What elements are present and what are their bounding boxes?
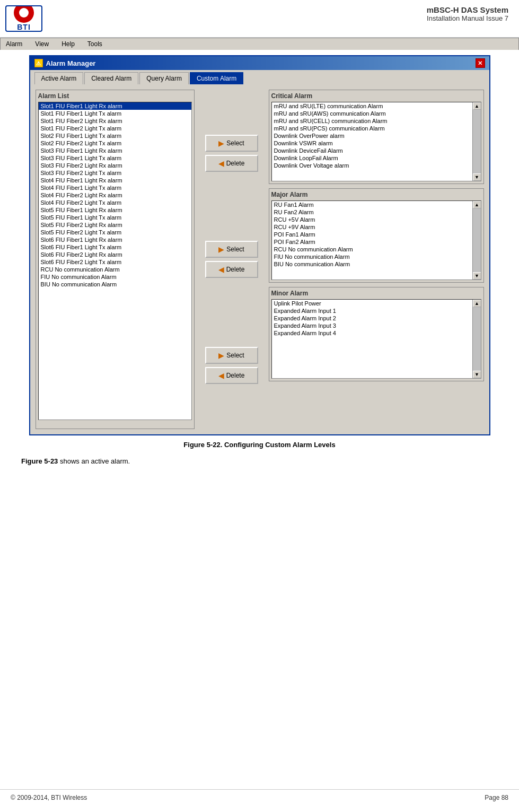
scroll-track [473,110,481,173]
right-arrow-icon-2: ▶ [218,245,224,254]
alarm-list-item[interactable]: Slot2 FIU Fiber1 Light Tx alarm [39,132,191,139]
critical-btn-group: ▶ Select ◀ Delete [200,135,263,172]
minor-alarm-list-inner[interactable]: Uplink Pilot PowerExpanded Alarm Input 1… [272,300,472,378]
critical-alarm-section: Critical Alarm mRU and sRU(LTE) communic… [269,90,484,184]
alarm-list-item[interactable]: Slot1 FIU Fiber1 Light Rx alarm [39,102,191,110]
major-alarm-list-inner[interactable]: RU Fan1 AlarmRU Fan2 AlarmRCU +5V AlarmR… [272,201,472,280]
major-alarm-item[interactable]: RCU +5V Alarm [272,216,472,223]
minor-alarm-item[interactable]: Expanded Alarm Input 3 [272,322,472,329]
alarm-list-item[interactable]: Slot4 FIU Fiber2 Light Rx alarm [39,191,191,199]
minor-alarm-item[interactable]: Expanded Alarm Input 4 [272,329,472,337]
major-alarm-item[interactable]: RU Fan2 Alarm [272,208,472,216]
minor-alarm-item[interactable]: Expanded Alarm Input 2 [272,315,472,322]
critical-alarm-title: Critical Alarm [271,92,481,100]
alarm-list-item[interactable]: Slot1 FIU Fiber2 Light Rx alarm [39,117,191,125]
minor-scroll-track [473,307,481,371]
scroll-up-btn[interactable]: ▲ [473,102,481,110]
critical-alarm-list-inner[interactable]: mRU and sRU(LTE) communication AlarmmRU … [272,102,472,181]
alarm-listbox[interactable]: Slot1 FIU Fiber1 Light Rx alarmSlot1 FIU… [38,102,192,420]
major-scroll-up-btn[interactable]: ▲ [473,201,481,208]
figure-caption: Figure 5-22. Configuring Custom Alarm Le… [11,441,508,449]
menu-item-3[interactable]: Help [59,39,77,49]
dialog-body: Alarm List Slot1 FIU Fiber1 Light Rx ala… [30,84,489,434]
scroll-down-btn[interactable]: ▼ [473,173,481,181]
critical-alarm-item[interactable]: mRU and sRU(LTE) communication Alarm [272,102,472,110]
minor-delete-button[interactable]: ◀ Delete [205,367,258,384]
alarm-list-item[interactable]: Slot3 FIU Fiber1 Light Tx alarm [39,154,191,162]
critical-select-button[interactable]: ▶ Select [205,135,258,152]
alarm-list-item[interactable]: Slot6 FIU Fiber2 Light Rx alarm [39,251,191,258]
major-alarm-list[interactable]: RU Fan1 AlarmRU Fan2 AlarmRCU +5V AlarmR… [271,200,481,280]
minor-select-button[interactable]: ▶ Select [205,347,258,364]
major-alarm-item[interactable]: RCU +9V Alarm [272,223,472,231]
minor-alarm-item[interactable]: Uplink Pilot Power [272,300,472,307]
minor-alarm-list[interactable]: Uplink Pilot PowerExpanded Alarm Input 1… [271,299,481,379]
critical-alarm-item[interactable]: Downlink Over Voltage alarm [272,162,472,169]
left-arrow-icon-3: ◀ [218,371,224,380]
major-delete-button[interactable]: ◀ Delete [205,261,258,278]
minor-scrollbar[interactable]: ▲ ▼ [472,300,481,378]
alarm-list-group: Alarm List Slot1 FIU Fiber1 Light Rx ala… [36,90,195,429]
major-alarm-item[interactable]: POI Fan2 Alarm [272,238,472,246]
minor-scroll-up-btn[interactable]: ▲ [473,300,481,307]
alarm-list-item[interactable]: Slot5 FIU Fiber1 Light Rx alarm [39,206,191,214]
alarm-list-item[interactable]: Slot6 FIU Fiber1 Light Rx alarm [39,236,191,243]
right-arrow-icon-3: ▶ [218,351,224,360]
tab-active-alarm[interactable]: Active Alarm [34,72,84,84]
major-alarm-item[interactable]: BIU No communication Alarm [272,260,472,268]
minor-alarm-item[interactable]: Expanded Alarm Input 1 [272,307,472,315]
major-alarm-item[interactable]: RU Fan1 Alarm [272,201,472,208]
critical-alarm-item[interactable]: mRU and sRU(PCS) communication Alarm [272,125,472,132]
figure-ref: Figure 5-23 [21,457,58,465]
major-alarm-item[interactable]: RCU No communication Alarm [272,246,472,253]
alarm-list-item[interactable]: Slot5 FIU Fiber1 Light Tx alarm [39,214,191,221]
tab-custom-alarm[interactable]: Custom Alarm [190,72,243,84]
critical-alarm-item[interactable]: Downlink LoopFail Alarm [272,154,472,162]
major-select-button[interactable]: ▶ Select [205,241,258,258]
alarm-list-item[interactable]: Slot5 FIU Fiber2 Light Rx alarm [39,221,191,229]
menu-item-2[interactable]: View [33,39,51,49]
alarm-list-item[interactable]: BIU No communication Alarm [39,281,191,288]
critical-alarm-list[interactable]: mRU and sRU(LTE) communication AlarmmRU … [271,102,481,181]
title-main: mBSC-H DAS System [427,5,508,14]
close-button[interactable]: ✕ [476,58,485,68]
alarm-list-item[interactable]: Slot4 FIU Fiber1 Light Tx alarm [39,184,191,191]
alarm-list-item[interactable]: Slot3 FIU Fiber1 Light Rx alarm [39,147,191,154]
major-alarm-item[interactable]: POI Fan1 Alarm [272,231,472,238]
alarm-list-item[interactable]: Slot1 FIU Fiber1 Light Tx alarm [39,110,191,117]
page-header: BTI WIRELESS mBSC-H DAS System Installat… [0,0,519,38]
logo-icon [14,5,34,23]
major-alarm-item[interactable]: FIU No communication Alarm [272,253,472,260]
menu-item-4[interactable]: Tools [85,39,104,49]
alarm-list-item[interactable]: Slot5 FIU Fiber2 Light Tx alarm [39,229,191,236]
critical-scrollbar[interactable]: ▲ ▼ [472,102,481,181]
alarm-list-item[interactable]: Slot2 FIU Fiber2 Light Tx alarm [39,139,191,147]
alarm-list-item[interactable]: Slot6 FIU Fiber2 Light Tx alarm [39,258,191,266]
major-scrollbar[interactable]: ▲ ▼ [472,201,481,280]
critical-alarm-item[interactable]: mRU and sRU(AWS) communication Alarm [272,110,472,117]
left-arrow-icon-2: ◀ [218,265,224,274]
critical-alarm-item[interactable]: Downlink VSWR alarm [272,139,472,147]
minor-alarm-section: Minor Alarm Uplink Pilot PowerExpanded A… [269,287,484,381]
alarm-list-item[interactable]: Slot1 FIU Fiber2 Light Tx alarm [39,125,191,132]
figure-caption-text: Figure 5-22. Configuring Custom Alarm Le… [183,441,335,449]
alarm-list-item[interactable]: Slot4 FIU Fiber2 Light Tx alarm [39,199,191,206]
alarm-list-item[interactable]: Slot6 FIU Fiber1 Light Tx alarm [39,243,191,251]
major-scroll-down-btn[interactable]: ▼ [473,272,481,280]
critical-alarm-item[interactable]: mRU and sRU(CELL) communication Alarm [272,117,472,125]
middle-panel: ▶ Select ◀ Delete ▶ Select ◀ Del [200,90,263,429]
critical-alarm-item[interactable]: Downlink DeviceFail Alarm [272,147,472,154]
critical-alarm-item[interactable]: Downlink OverPower alarm [272,132,472,139]
minor-scroll-down-btn[interactable]: ▼ [473,371,481,378]
alarm-list-item[interactable]: Slot4 FIU Fiber1 Light Rx alarm [39,177,191,184]
tab-query-alarm[interactable]: Query Alarm [139,72,189,84]
alarm-list-item[interactable]: Slot3 FIU Fiber2 Light Rx alarm [39,162,191,169]
tab-cleared-alarm[interactable]: Cleared Alarm [84,72,138,84]
alarm-list-item[interactable]: RCU No communication Alarm [39,266,191,273]
alarm-list-item[interactable]: FIU No communication Alarm [39,273,191,281]
minor-alarm-title: Minor Alarm [271,290,481,297]
alarm-list-item[interactable]: Slot3 FIU Fiber2 Light Tx alarm [39,169,191,177]
major-scroll-track [473,208,481,272]
critical-delete-button[interactable]: ◀ Delete [205,155,258,172]
menu-item-1[interactable]: Alarm [4,39,24,49]
